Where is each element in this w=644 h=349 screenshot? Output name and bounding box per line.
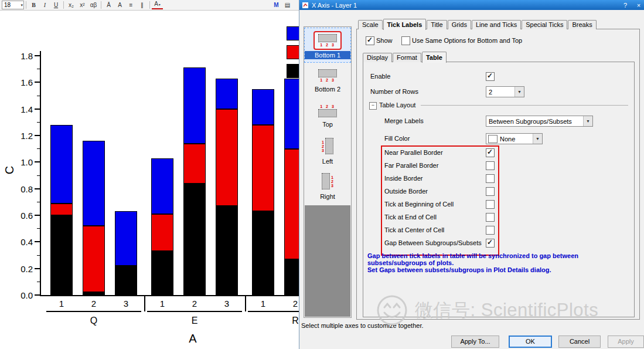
bar-segment-blue[interactable] — [83, 141, 105, 226]
bar-segment-red[interactable] — [183, 144, 206, 184]
subtab-table[interactable]: Table — [422, 52, 447, 63]
y-minor-tick — [37, 282, 40, 282]
y-minor-tick — [37, 148, 40, 149]
gap-between-subgroups-subsets-checkbox[interactable] — [486, 239, 495, 248]
accent-button[interactable]: Ā — [103, 1, 114, 9]
table-border-segment — [147, 311, 242, 312]
table-border-segment — [46, 311, 141, 312]
outside-border-checkbox[interactable] — [486, 187, 495, 196]
column-layout-button[interactable]: ∥ — [137, 1, 148, 9]
bar-segment-black[interactable] — [83, 292, 105, 295]
axis-item-bottom-1[interactable]: 1 2 3Bottom 1 — [305, 28, 350, 62]
help-button[interactable]: ? — [620, 2, 631, 9]
show-checkbox[interactable] — [366, 36, 374, 45]
bar-segment-black[interactable] — [284, 259, 300, 295]
bar-label: 1 — [53, 299, 70, 309]
y-minor-tick — [37, 69, 40, 69]
subscript-button[interactable]: x₂ — [66, 1, 77, 9]
bar-segment-black[interactable] — [50, 215, 73, 295]
italic-button[interactable]: I — [39, 1, 50, 9]
same-options-checkbox[interactable] — [401, 36, 410, 45]
bar-segment-blue[interactable] — [151, 158, 173, 214]
bar-segment-blue[interactable] — [284, 79, 300, 149]
bar-segment-red[interactable] — [216, 109, 238, 206]
group-label: E — [186, 316, 203, 326]
axis-item-bottom-2[interactable]: 1 2 3Bottom 2 — [305, 63, 350, 97]
number-of-rows-select[interactable]: 2 ▼ — [486, 86, 524, 97]
cancel-button[interactable]: Cancel — [558, 336, 601, 348]
bar-segment-blue[interactable] — [115, 211, 137, 266]
greek-symbols-button[interactable]: αβ — [88, 1, 99, 9]
bar-segment-red[interactable] — [252, 125, 274, 211]
legend-swatch[interactable] — [287, 45, 300, 59]
bar-segment-blue[interactable] — [252, 89, 274, 125]
bar-segment-red[interactable] — [83, 226, 105, 292]
tab-scale[interactable]: Scale — [358, 20, 383, 29]
bar-label: 2 — [186, 299, 203, 309]
bar-label: 1 — [154, 299, 171, 309]
tick-at-beginning-of-cell-checkbox[interactable] — [486, 200, 495, 209]
font-size-combo[interactable]: 18 ▾ — [2, 1, 24, 9]
tab-special-ticks[interactable]: Special Ticks — [522, 20, 567, 29]
tick-at-end-of-cell-checkbox[interactable] — [486, 213, 495, 222]
underline-button[interactable]: U — [50, 1, 62, 9]
bar-segment-red[interactable] — [151, 214, 173, 251]
bar-segment-black[interactable] — [151, 251, 173, 295]
right-axis-icon: 1 2 3 — [318, 171, 337, 191]
line-spacing-button[interactable]: ≡ — [125, 1, 137, 9]
apply-to-button[interactable]: Apply To... — [451, 336, 499, 348]
axis-item-label: Right — [305, 192, 350, 201]
subtab-format[interactable]: Format — [393, 53, 421, 62]
axis-item-left[interactable]: 1 2 3Left — [305, 134, 350, 168]
partial-icon-button[interactable]: ▤ — [282, 1, 293, 9]
axis-item-right[interactable]: 1 2 3Right — [305, 169, 350, 203]
y-axis-line[interactable] — [40, 51, 41, 296]
bottom-axis-icon: 1 2 3 — [314, 31, 342, 50]
bar-segment-blue[interactable] — [183, 67, 206, 143]
ok-button[interactable]: OK — [509, 336, 552, 348]
tab-grids[interactable]: Grids — [448, 20, 471, 29]
bold-button[interactable]: B — [28, 1, 39, 9]
inside-border-checkbox[interactable] — [486, 174, 495, 183]
toolbar-right-buttons: M▤ — [271, 1, 293, 9]
superscript-button[interactable]: x² — [77, 1, 88, 9]
x-axis-line[interactable] — [40, 295, 300, 296]
merge-labels-select[interactable]: Between Subgroups/Subsets ▼ — [486, 116, 593, 127]
font-style-button[interactable]: A — [114, 1, 125, 9]
color-swatch — [488, 135, 498, 143]
subtab-display[interactable]: Display — [363, 53, 392, 62]
enable-checkbox[interactable] — [486, 72, 495, 81]
dialog-titlebar[interactable]: X Axis - Layer 1 ? × — [299, 0, 644, 10]
fill-color-select[interactable]: None ▼ — [486, 133, 543, 144]
bar-segment-black[interactable] — [183, 184, 206, 295]
y-minor-tick — [37, 96, 40, 96]
legend-swatch[interactable] — [287, 26, 300, 40]
bar-segment-blue[interactable] — [216, 79, 238, 109]
bar-segment-red[interactable] — [284, 149, 300, 259]
tab-line-and-ticks[interactable]: Line and Ticks — [472, 20, 521, 29]
font-color-button[interactable]: A — [152, 1, 163, 9]
bar-segment-black[interactable] — [252, 211, 274, 295]
dialog-title: X Axis - Layer 1 — [312, 2, 617, 9]
axis-item-top[interactable]: 1 2 3Top — [305, 99, 350, 133]
tab-title[interactable]: Title — [427, 20, 447, 29]
y-tick-label: 1.6 — [13, 77, 33, 87]
bar-segment-black[interactable] — [115, 266, 137, 295]
legend-swatch[interactable] — [287, 64, 300, 78]
outside-border-label: Outside Border — [384, 188, 428, 195]
bar-segment-blue[interactable] — [50, 125, 73, 204]
tab-tick-labels[interactable]: Tick Labels — [383, 19, 427, 30]
far-parallel-border-checkbox[interactable] — [486, 161, 495, 170]
group-label: R — [287, 316, 300, 326]
tick-at-center-of-cell-checkbox[interactable] — [486, 226, 495, 235]
near-parallel-border-checkbox[interactable] — [486, 148, 495, 157]
axis-box — [325, 138, 333, 154]
collapse-group-icon[interactable]: − — [369, 102, 377, 110]
bar-segment-red[interactable] — [50, 204, 73, 215]
close-icon[interactable]: × — [633, 2, 644, 9]
tab-breaks[interactable]: Breaks — [568, 20, 596, 29]
y-tick-label: 1.4 — [13, 104, 33, 114]
m-object-button[interactable]: M — [271, 1, 282, 9]
bar-segment-black[interactable] — [216, 206, 238, 295]
toolbar-separator — [101, 1, 101, 9]
